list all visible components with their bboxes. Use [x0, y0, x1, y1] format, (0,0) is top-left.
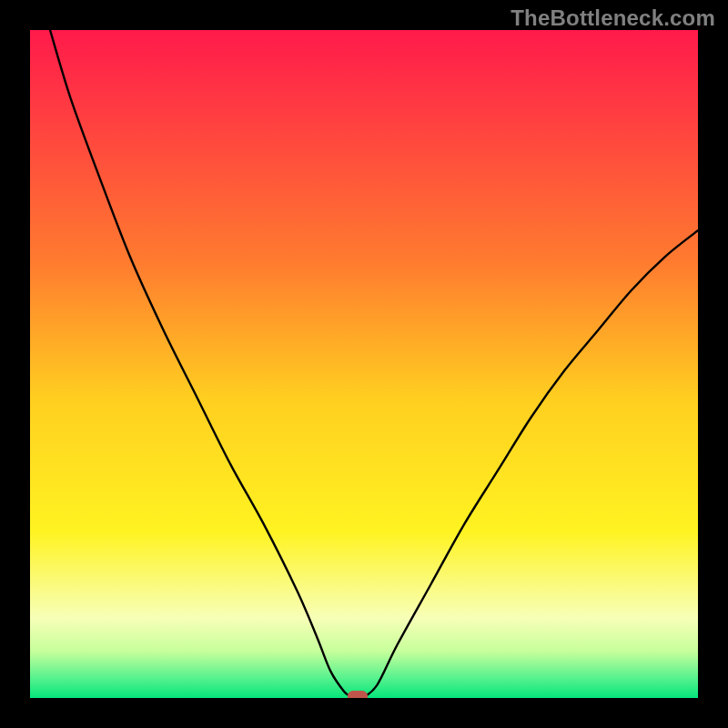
watermark-text: TheBottleneck.com [511, 5, 715, 31]
plot-area [30, 30, 698, 698]
optimal-point-marker [348, 691, 368, 698]
gradient-background [30, 30, 698, 698]
plot-svg [30, 30, 698, 698]
chart-container: TheBottleneck.com [0, 0, 728, 728]
